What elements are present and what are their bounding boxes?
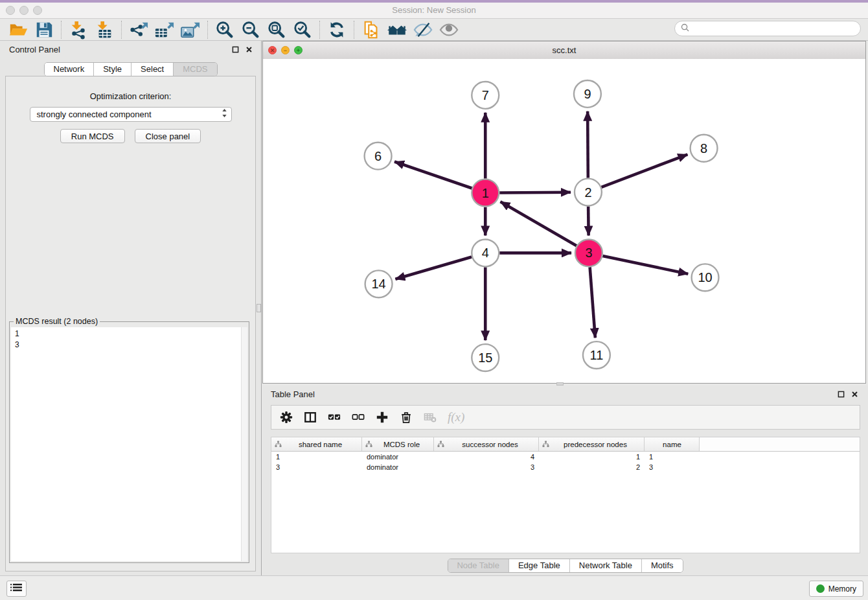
tab-network[interactable]: Network [44, 63, 94, 76]
float-table-panel-icon[interactable] [837, 390, 845, 398]
unselect-all-columns-icon[interactable] [352, 411, 365, 424]
cell-predecessor-nodes[interactable]: 2 [539, 463, 645, 471]
create-column-icon[interactable] [376, 411, 389, 424]
application-window: Session: New Session Control Panel Netwo… [0, 0, 868, 600]
import-table-icon[interactable] [91, 19, 117, 40]
cell-shared-name[interactable]: 1 [271, 453, 362, 461]
tab-network-table[interactable]: Network Table [570, 559, 642, 572]
svg-text:9: 9 [584, 87, 591, 101]
cell-name[interactable]: 3 [645, 463, 700, 471]
graph-node-11[interactable]: 11 [583, 341, 610, 369]
zoom-window-icon[interactable] [33, 6, 42, 15]
column-header-shared-name[interactable]: shared name [271, 437, 362, 451]
attribute-icon [437, 441, 444, 448]
criterion-select[interactable]: strongly connected component [30, 107, 232, 122]
column-header-MCDS-role[interactable]: MCDS role [362, 437, 434, 451]
edge-1-6[interactable] [394, 161, 472, 188]
column-header-name[interactable]: name [645, 437, 700, 451]
graph-node-3[interactable]: 3 [575, 239, 602, 266]
toolbar-separator [319, 21, 320, 39]
graph-node-9[interactable]: 9 [574, 80, 601, 108]
minimize-window-icon[interactable] [19, 6, 29, 15]
cell-predecessor-nodes[interactable]: 1 [539, 453, 645, 461]
table-row[interactable]: 3dominator323 [271, 462, 860, 472]
cell-successor-nodes[interactable]: 3 [434, 463, 539, 471]
zoom-fit-icon[interactable] [264, 19, 290, 40]
graph-node-6[interactable]: 6 [365, 143, 392, 170]
tab-mcds[interactable]: MCDS [174, 63, 216, 76]
column-header-predecessor-nodes[interactable]: predecessor nodes [539, 437, 645, 451]
edge-3-10[interactable] [602, 256, 688, 274]
graph-node-4[interactable]: 4 [472, 239, 499, 266]
cell-successor-nodes[interactable]: 4 [434, 453, 539, 461]
main-toolbar [0, 19, 667, 41]
zoom-in-icon[interactable] [212, 19, 238, 40]
mcds-result-area[interactable]: 1 3 [11, 327, 247, 561]
refresh-view-icon[interactable] [324, 19, 350, 40]
tab-motifs[interactable]: Motifs [642, 559, 683, 572]
zoom-view-icon[interactable]: + [294, 46, 303, 54]
close-window-icon[interactable] [6, 6, 15, 15]
show-details-icon[interactable] [436, 19, 462, 40]
graph-node-8[interactable]: 8 [691, 135, 718, 162]
tab-select[interactable]: Select [131, 63, 174, 76]
graph-node-2[interactable]: 2 [575, 179, 602, 206]
edge-3-11[interactable] [590, 267, 595, 338]
svg-text:10: 10 [698, 270, 712, 284]
memory-button[interactable]: Memory [809, 581, 863, 597]
table-row[interactable]: 1dominator411 [271, 452, 860, 462]
graph-node-1[interactable]: 1 [472, 179, 499, 207]
panel-splitter-handle[interactable] [257, 304, 261, 312]
network-graph[interactable]: 7968124314101511 [263, 59, 865, 383]
delete-columns-icon[interactable] [400, 411, 413, 424]
close-view-icon[interactable]: ✕ [268, 46, 277, 54]
zoom-selected-icon[interactable] [290, 19, 315, 40]
svg-text:1: 1 [482, 186, 489, 200]
edge-3-1[interactable] [500, 202, 576, 246]
control-panel-title: Control Panel [9, 45, 60, 54]
import-network-icon[interactable] [65, 19, 91, 40]
minimize-view-icon[interactable]: − [281, 46, 290, 54]
cell-name[interactable]: 1 [645, 453, 700, 461]
cell-MCDS-role[interactable]: dominator [362, 463, 434, 471]
cell-MCDS-role[interactable]: dominator [362, 453, 434, 461]
export-image-icon[interactable] [177, 19, 203, 40]
edge-2-8[interactable] [601, 154, 687, 187]
function-builder-icon: f(x) [448, 410, 464, 424]
export-network-icon[interactable] [126, 19, 152, 40]
network-canvas[interactable]: 7968124314101511 [263, 59, 865, 383]
tab-style[interactable]: Style [94, 63, 131, 76]
run-mcds-button[interactable]: Run MCDS [60, 129, 125, 143]
table-settings-icon[interactable] [280, 411, 293, 424]
edge-2-9[interactable] [588, 111, 588, 178]
edge-4-14[interactable] [395, 257, 472, 279]
column-header-successor-nodes[interactable]: successor nodes [434, 437, 539, 451]
graph-node-7[interactable]: 7 [472, 82, 499, 109]
select-all-columns-icon[interactable] [328, 411, 341, 424]
graph-node-15[interactable]: 15 [472, 344, 499, 371]
export-table-icon[interactable] [152, 19, 177, 40]
titlebar: Session: New Session [0, 3, 868, 19]
search-icon [681, 23, 689, 34]
edge-1-2[interactable] [499, 192, 571, 193]
save-session-icon[interactable] [31, 19, 57, 40]
cell-shared-name[interactable]: 3 [271, 463, 362, 471]
network-home-icon[interactable] [384, 19, 410, 40]
float-panel-icon[interactable] [231, 45, 240, 54]
close-panel-icon[interactable] [245, 45, 253, 54]
graph-node-14[interactable]: 14 [365, 270, 393, 297]
tab-node-table[interactable]: Node Table [448, 559, 509, 572]
network-window-titlebar[interactable]: ✕−+ scc.txt [263, 41, 865, 60]
search-input[interactable] [692, 23, 854, 34]
zoom-out-icon[interactable] [238, 19, 264, 40]
task-history-button[interactable] [6, 581, 27, 597]
show-columns-icon[interactable] [304, 411, 317, 424]
search-box[interactable] [674, 21, 861, 36]
hide-details-icon[interactable] [410, 19, 436, 40]
graph-node-10[interactable]: 10 [692, 264, 719, 291]
close-table-panel-icon[interactable] [851, 390, 859, 398]
tab-edge-table[interactable]: Edge Table [509, 559, 570, 572]
close-panel-button[interactable]: Close panel [135, 129, 201, 143]
open-session-icon[interactable] [5, 19, 31, 40]
clone-network-icon[interactable] [358, 19, 384, 40]
